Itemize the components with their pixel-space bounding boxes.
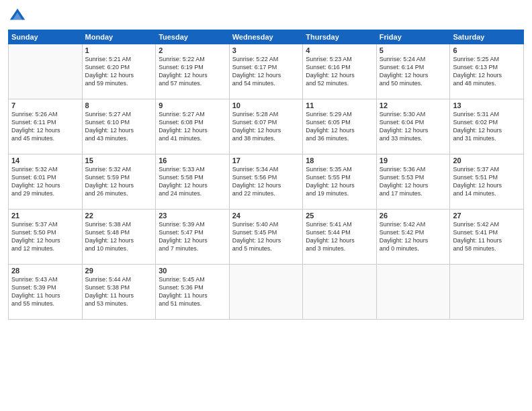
calendar-cell: 15Sunrise: 5:32 AM Sunset: 5:59 PM Dayli… <box>82 154 156 210</box>
day-number: 28 <box>11 267 79 275</box>
day-info: Sunrise: 5:32 AM Sunset: 6:01 PM Dayligh… <box>11 165 79 198</box>
calendar-cell: 5Sunrise: 5:24 AM Sunset: 6:14 PM Daylig… <box>376 44 450 99</box>
page-container: SundayMondayTuesdayWednesdayThursdayFrid… <box>0 0 532 326</box>
day-info: Sunrise: 5:37 AM Sunset: 5:51 PM Dayligh… <box>453 165 521 198</box>
day-number: 30 <box>159 267 226 275</box>
calendar-cell: 6Sunrise: 5:25 AM Sunset: 6:13 PM Daylig… <box>450 44 524 99</box>
calendar-cell: 18Sunrise: 5:35 AM Sunset: 5:55 PM Dayli… <box>303 154 377 210</box>
day-info: Sunrise: 5:22 AM Sunset: 6:17 PM Dayligh… <box>232 55 300 88</box>
week-row-5: 28Sunrise: 5:43 AM Sunset: 5:39 PM Dayli… <box>9 265 524 320</box>
day-info: Sunrise: 5:26 AM Sunset: 6:11 PM Dayligh… <box>11 110 79 143</box>
day-number: 21 <box>11 212 79 220</box>
calendar-cell: 19Sunrise: 5:36 AM Sunset: 5:53 PM Dayli… <box>376 154 450 210</box>
day-number: 26 <box>380 212 447 220</box>
day-number: 27 <box>453 212 521 220</box>
day-number: 12 <box>380 101 447 109</box>
calendar-cell: 7Sunrise: 5:26 AM Sunset: 6:11 PM Daylig… <box>9 99 83 154</box>
calendar-cell: 26Sunrise: 5:42 AM Sunset: 5:42 PM Dayli… <box>376 210 450 265</box>
day-number: 25 <box>306 212 373 220</box>
day-info: Sunrise: 5:23 AM Sunset: 6:16 PM Dayligh… <box>306 55 373 88</box>
day-number: 2 <box>159 46 226 54</box>
day-info: Sunrise: 5:35 AM Sunset: 5:55 PM Dayligh… <box>306 165 373 198</box>
day-info: Sunrise: 5:21 AM Sunset: 6:20 PM Dayligh… <box>85 55 153 88</box>
logo-icon <box>8 7 27 26</box>
calendar-cell: 16Sunrise: 5:33 AM Sunset: 5:58 PM Dayli… <box>156 154 230 210</box>
day-info: Sunrise: 5:43 AM Sunset: 5:39 PM Dayligh… <box>11 275 79 308</box>
calendar-cell: 14Sunrise: 5:32 AM Sunset: 6:01 PM Dayli… <box>9 154 83 210</box>
day-number: 5 <box>380 46 447 54</box>
week-row-2: 7Sunrise: 5:26 AM Sunset: 6:11 PM Daylig… <box>9 99 524 154</box>
day-info: Sunrise: 5:24 AM Sunset: 6:14 PM Dayligh… <box>380 55 447 88</box>
calendar-cell: 25Sunrise: 5:41 AM Sunset: 5:44 PM Dayli… <box>303 210 377 265</box>
week-row-1: 1Sunrise: 5:21 AM Sunset: 6:20 PM Daylig… <box>9 44 524 99</box>
calendar-cell: 27Sunrise: 5:42 AM Sunset: 5:41 PM Dayli… <box>450 210 524 265</box>
day-number: 1 <box>85 46 153 54</box>
calendar-cell: 30Sunrise: 5:45 AM Sunset: 5:36 PM Dayli… <box>156 265 230 320</box>
day-number: 10 <box>232 101 300 109</box>
day-info: Sunrise: 5:42 AM Sunset: 5:41 PM Dayligh… <box>453 220 521 253</box>
day-number: 23 <box>159 212 226 220</box>
day-info: Sunrise: 5:30 AM Sunset: 6:04 PM Dayligh… <box>380 110 447 143</box>
day-number: 11 <box>306 101 373 109</box>
day-number: 14 <box>11 156 79 165</box>
calendar-cell: 22Sunrise: 5:38 AM Sunset: 5:48 PM Dayli… <box>82 210 156 265</box>
calendar-cell: 10Sunrise: 5:28 AM Sunset: 6:07 PM Dayli… <box>229 99 303 154</box>
day-number: 6 <box>453 46 521 54</box>
day-number: 15 <box>85 156 153 165</box>
day-number: 22 <box>85 212 153 220</box>
logo <box>8 7 30 26</box>
calendar-cell: 2Sunrise: 5:22 AM Sunset: 6:19 PM Daylig… <box>156 44 230 99</box>
weekday-header-row: SundayMondayTuesdayWednesdayThursdayFrid… <box>9 30 524 44</box>
calendar-cell: 23Sunrise: 5:39 AM Sunset: 5:47 PM Dayli… <box>156 210 230 265</box>
day-info: Sunrise: 5:41 AM Sunset: 5:44 PM Dayligh… <box>306 220 373 253</box>
calendar-cell <box>376 265 450 320</box>
calendar-cell: 20Sunrise: 5:37 AM Sunset: 5:51 PM Dayli… <box>450 154 524 210</box>
calendar-cell: 29Sunrise: 5:44 AM Sunset: 5:38 PM Dayli… <box>82 265 156 320</box>
day-number: 29 <box>85 267 153 275</box>
day-info: Sunrise: 5:32 AM Sunset: 5:59 PM Dayligh… <box>85 165 153 198</box>
weekday-header-sunday: Sunday <box>9 30 83 44</box>
calendar-cell: 1Sunrise: 5:21 AM Sunset: 6:20 PM Daylig… <box>82 44 156 99</box>
day-number: 17 <box>232 156 300 165</box>
day-number: 8 <box>85 101 153 109</box>
day-info: Sunrise: 5:25 AM Sunset: 6:13 PM Dayligh… <box>453 55 521 88</box>
calendar-cell <box>9 44 83 99</box>
calendar-cell: 28Sunrise: 5:43 AM Sunset: 5:39 PM Dayli… <box>9 265 83 320</box>
calendar-cell: 11Sunrise: 5:29 AM Sunset: 6:05 PM Dayli… <box>303 99 377 154</box>
week-row-4: 21Sunrise: 5:37 AM Sunset: 5:50 PM Dayli… <box>9 210 524 265</box>
day-info: Sunrise: 5:27 AM Sunset: 6:10 PM Dayligh… <box>85 110 153 143</box>
calendar-cell <box>303 265 377 320</box>
day-info: Sunrise: 5:37 AM Sunset: 5:50 PM Dayligh… <box>11 220 79 253</box>
calendar-cell: 17Sunrise: 5:34 AM Sunset: 5:56 PM Dayli… <box>229 154 303 210</box>
page-header <box>8 7 524 26</box>
calendar-cell <box>450 265 524 320</box>
day-number: 18 <box>306 156 373 165</box>
calendar-cell: 24Sunrise: 5:40 AM Sunset: 5:45 PM Dayli… <box>229 210 303 265</box>
day-number: 13 <box>453 101 521 109</box>
weekday-header-tuesday: Tuesday <box>156 30 230 44</box>
week-row-3: 14Sunrise: 5:32 AM Sunset: 6:01 PM Dayli… <box>9 154 524 210</box>
calendar-cell: 8Sunrise: 5:27 AM Sunset: 6:10 PM Daylig… <box>82 99 156 154</box>
day-info: Sunrise: 5:34 AM Sunset: 5:56 PM Dayligh… <box>232 165 300 198</box>
day-info: Sunrise: 5:22 AM Sunset: 6:19 PM Dayligh… <box>159 55 226 88</box>
day-number: 3 <box>232 46 300 54</box>
day-number: 4 <box>306 46 373 54</box>
day-info: Sunrise: 5:44 AM Sunset: 5:38 PM Dayligh… <box>85 275 153 308</box>
day-info: Sunrise: 5:27 AM Sunset: 6:08 PM Dayligh… <box>159 110 226 143</box>
weekday-header-thursday: Thursday <box>303 30 377 44</box>
day-number: 19 <box>380 156 447 165</box>
day-number: 20 <box>453 156 521 165</box>
calendar-table: SundayMondayTuesdayWednesdayThursdayFrid… <box>8 30 524 320</box>
day-number: 16 <box>159 156 226 165</box>
day-info: Sunrise: 5:40 AM Sunset: 5:45 PM Dayligh… <box>232 220 300 253</box>
day-info: Sunrise: 5:28 AM Sunset: 6:07 PM Dayligh… <box>232 110 300 143</box>
calendar-cell: 12Sunrise: 5:30 AM Sunset: 6:04 PM Dayli… <box>376 99 450 154</box>
day-number: 7 <box>11 101 79 109</box>
day-info: Sunrise: 5:36 AM Sunset: 5:53 PM Dayligh… <box>380 165 447 198</box>
weekday-header-monday: Monday <box>82 30 156 44</box>
day-info: Sunrise: 5:31 AM Sunset: 6:02 PM Dayligh… <box>453 110 521 143</box>
day-number: 24 <box>232 212 300 220</box>
day-info: Sunrise: 5:42 AM Sunset: 5:42 PM Dayligh… <box>380 220 447 253</box>
calendar-cell: 9Sunrise: 5:27 AM Sunset: 6:08 PM Daylig… <box>156 99 230 154</box>
calendar-cell: 21Sunrise: 5:37 AM Sunset: 5:50 PM Dayli… <box>9 210 83 265</box>
